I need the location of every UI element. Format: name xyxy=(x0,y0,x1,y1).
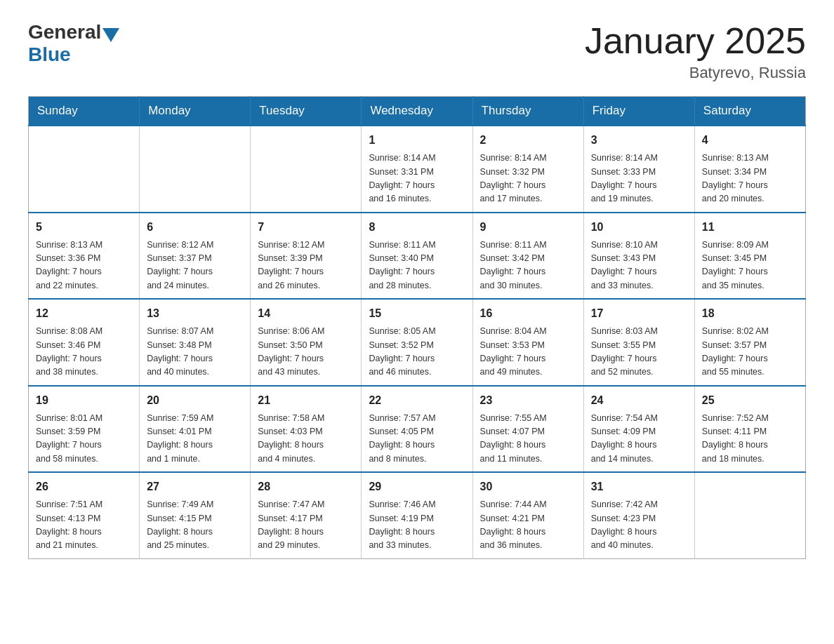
calendar-cell: 14Sunrise: 8:06 AM Sunset: 3:50 PM Dayli… xyxy=(251,299,362,386)
calendar-cell: 9Sunrise: 8:11 AM Sunset: 3:42 PM Daylig… xyxy=(472,213,583,300)
calendar-cell: 10Sunrise: 8:10 AM Sunset: 3:43 PM Dayli… xyxy=(583,213,694,300)
calendar-cell: 7Sunrise: 8:12 AM Sunset: 3:39 PM Daylig… xyxy=(251,213,362,300)
day-info: Sunrise: 8:05 AM Sunset: 3:52 PM Dayligh… xyxy=(369,325,465,380)
day-info: Sunrise: 7:44 AM Sunset: 4:21 PM Dayligh… xyxy=(480,498,576,553)
day-number: 11 xyxy=(702,219,798,236)
calendar-cell: 25Sunrise: 7:52 AM Sunset: 4:11 PM Dayli… xyxy=(694,386,805,473)
day-info: Sunrise: 7:46 AM Sunset: 4:19 PM Dayligh… xyxy=(369,498,465,553)
calendar-cell: 22Sunrise: 7:57 AM Sunset: 4:05 PM Dayli… xyxy=(362,386,472,473)
logo-blue-text: Blue xyxy=(28,43,71,65)
day-number: 27 xyxy=(147,478,243,495)
day-info: Sunrise: 8:14 AM Sunset: 3:33 PM Dayligh… xyxy=(591,152,687,206)
calendar-cell: 15Sunrise: 8:05 AM Sunset: 3:52 PM Dayli… xyxy=(362,299,472,386)
calendar-cell: 4Sunrise: 8:13 AM Sunset: 3:34 PM Daylig… xyxy=(694,126,805,213)
calendar-cell xyxy=(251,126,362,213)
day-number: 15 xyxy=(369,305,465,322)
calendar-cell: 19Sunrise: 8:01 AM Sunset: 3:59 PM Dayli… xyxy=(29,386,140,473)
day-info: Sunrise: 7:59 AM Sunset: 4:01 PM Dayligh… xyxy=(147,412,243,467)
day-number: 1 xyxy=(369,132,465,149)
calendar-cell: 2Sunrise: 8:14 AM Sunset: 3:32 PM Daylig… xyxy=(472,126,583,213)
day-info: Sunrise: 7:49 AM Sunset: 4:15 PM Dayligh… xyxy=(147,498,243,553)
day-info: Sunrise: 8:09 AM Sunset: 3:45 PM Dayligh… xyxy=(702,239,798,293)
calendar-cell xyxy=(140,126,251,213)
calendar-cell: 21Sunrise: 7:58 AM Sunset: 4:03 PM Dayli… xyxy=(251,386,362,473)
day-number: 5 xyxy=(36,219,132,236)
calendar-cell: 6Sunrise: 8:12 AM Sunset: 3:37 PM Daylig… xyxy=(140,213,251,300)
day-number: 16 xyxy=(480,305,576,322)
day-number: 29 xyxy=(369,478,465,495)
day-of-week-header: Tuesday xyxy=(251,97,362,126)
calendar-cell: 29Sunrise: 7:46 AM Sunset: 4:19 PM Dayli… xyxy=(362,472,472,558)
day-info: Sunrise: 7:42 AM Sunset: 4:23 PM Dayligh… xyxy=(591,498,687,553)
day-info: Sunrise: 8:04 AM Sunset: 3:53 PM Dayligh… xyxy=(480,325,576,380)
day-info: Sunrise: 8:01 AM Sunset: 3:59 PM Dayligh… xyxy=(36,412,132,467)
day-of-week-header: Thursday xyxy=(472,97,583,126)
calendar-cell: 12Sunrise: 8:08 AM Sunset: 3:46 PM Dayli… xyxy=(29,299,140,386)
day-number: 12 xyxy=(36,305,132,322)
calendar-cell: 31Sunrise: 7:42 AM Sunset: 4:23 PM Dayli… xyxy=(583,472,694,558)
calendar-cell xyxy=(29,126,140,213)
day-info: Sunrise: 7:55 AM Sunset: 4:07 PM Dayligh… xyxy=(480,412,576,467)
day-of-week-header: Saturday xyxy=(694,97,805,126)
day-info: Sunrise: 8:13 AM Sunset: 3:34 PM Dayligh… xyxy=(702,152,798,206)
day-info: Sunrise: 7:58 AM Sunset: 4:03 PM Dayligh… xyxy=(258,412,354,467)
day-info: Sunrise: 8:12 AM Sunset: 3:39 PM Dayligh… xyxy=(258,239,354,293)
day-info: Sunrise: 8:07 AM Sunset: 3:48 PM Dayligh… xyxy=(147,325,243,380)
day-number: 14 xyxy=(258,305,354,322)
day-info: Sunrise: 8:11 AM Sunset: 3:42 PM Dayligh… xyxy=(480,239,576,293)
calendar-week-row: 1Sunrise: 8:14 AM Sunset: 3:31 PM Daylig… xyxy=(29,126,806,213)
day-info: Sunrise: 8:11 AM Sunset: 3:40 PM Dayligh… xyxy=(369,239,465,293)
day-info: Sunrise: 8:14 AM Sunset: 3:32 PM Dayligh… xyxy=(480,152,576,206)
calendar-header-row: SundayMondayTuesdayWednesdayThursdayFrid… xyxy=(29,97,806,126)
day-number: 23 xyxy=(480,392,576,409)
day-number: 18 xyxy=(702,305,798,322)
logo: General Blue xyxy=(28,21,121,66)
day-info: Sunrise: 8:12 AM Sunset: 3:37 PM Dayligh… xyxy=(147,239,243,293)
calendar-week-row: 26Sunrise: 7:51 AM Sunset: 4:13 PM Dayli… xyxy=(29,472,806,558)
logo-general-text: General xyxy=(28,21,101,43)
calendar-cell: 18Sunrise: 8:02 AM Sunset: 3:57 PM Dayli… xyxy=(694,299,805,386)
calendar-week-row: 19Sunrise: 8:01 AM Sunset: 3:59 PM Dayli… xyxy=(29,386,806,473)
day-number: 31 xyxy=(591,478,687,495)
day-number: 6 xyxy=(147,219,243,236)
day-info: Sunrise: 7:51 AM Sunset: 4:13 PM Dayligh… xyxy=(36,498,132,553)
day-info: Sunrise: 8:13 AM Sunset: 3:36 PM Dayligh… xyxy=(36,239,132,293)
day-info: Sunrise: 7:54 AM Sunset: 4:09 PM Dayligh… xyxy=(591,412,687,467)
calendar-cell: 27Sunrise: 7:49 AM Sunset: 4:15 PM Dayli… xyxy=(140,472,251,558)
calendar-cell: 1Sunrise: 8:14 AM Sunset: 3:31 PM Daylig… xyxy=(362,126,472,213)
calendar-cell xyxy=(694,472,805,558)
calendar-cell: 17Sunrise: 8:03 AM Sunset: 3:55 PM Dayli… xyxy=(583,299,694,386)
page-header: General Blue January 2025 Batyrevo, Russ… xyxy=(28,21,806,82)
calendar-cell: 16Sunrise: 8:04 AM Sunset: 3:53 PM Dayli… xyxy=(472,299,583,386)
day-number: 9 xyxy=(480,219,576,236)
calendar-week-row: 5Sunrise: 8:13 AM Sunset: 3:36 PM Daylig… xyxy=(29,213,806,300)
day-info: Sunrise: 8:10 AM Sunset: 3:43 PM Dayligh… xyxy=(591,239,687,293)
calendar-cell: 20Sunrise: 7:59 AM Sunset: 4:01 PM Dayli… xyxy=(140,386,251,473)
title-block: January 2025 Batyrevo, Russia xyxy=(585,21,806,82)
day-of-week-header: Wednesday xyxy=(362,97,472,126)
day-of-week-header: Sunday xyxy=(29,97,140,126)
calendar-cell: 26Sunrise: 7:51 AM Sunset: 4:13 PM Dayli… xyxy=(29,472,140,558)
calendar-cell: 5Sunrise: 8:13 AM Sunset: 3:36 PM Daylig… xyxy=(29,213,140,300)
calendar-cell: 30Sunrise: 7:44 AM Sunset: 4:21 PM Dayli… xyxy=(472,472,583,558)
calendar-cell: 13Sunrise: 8:07 AM Sunset: 3:48 PM Dayli… xyxy=(140,299,251,386)
calendar-cell: 28Sunrise: 7:47 AM Sunset: 4:17 PM Dayli… xyxy=(251,472,362,558)
day-number: 22 xyxy=(369,392,465,409)
day-number: 17 xyxy=(591,305,687,322)
day-of-week-header: Friday xyxy=(583,97,694,126)
day-number: 24 xyxy=(591,392,687,409)
calendar-table: SundayMondayTuesdayWednesdayThursdayFrid… xyxy=(28,96,806,559)
day-number: 26 xyxy=(36,478,132,495)
day-info: Sunrise: 8:14 AM Sunset: 3:31 PM Dayligh… xyxy=(369,152,465,206)
calendar-title: January 2025 xyxy=(585,21,806,61)
day-number: 28 xyxy=(258,478,354,495)
calendar-cell: 23Sunrise: 7:55 AM Sunset: 4:07 PM Dayli… xyxy=(472,386,583,473)
day-info: Sunrise: 8:02 AM Sunset: 3:57 PM Dayligh… xyxy=(702,325,798,380)
day-number: 8 xyxy=(369,219,465,236)
day-info: Sunrise: 7:57 AM Sunset: 4:05 PM Dayligh… xyxy=(369,412,465,467)
day-info: Sunrise: 8:06 AM Sunset: 3:50 PM Dayligh… xyxy=(258,325,354,380)
day-number: 21 xyxy=(258,392,354,409)
day-number: 2 xyxy=(480,132,576,149)
calendar-week-row: 12Sunrise: 8:08 AM Sunset: 3:46 PM Dayli… xyxy=(29,299,806,386)
day-info: Sunrise: 7:47 AM Sunset: 4:17 PM Dayligh… xyxy=(258,498,354,553)
